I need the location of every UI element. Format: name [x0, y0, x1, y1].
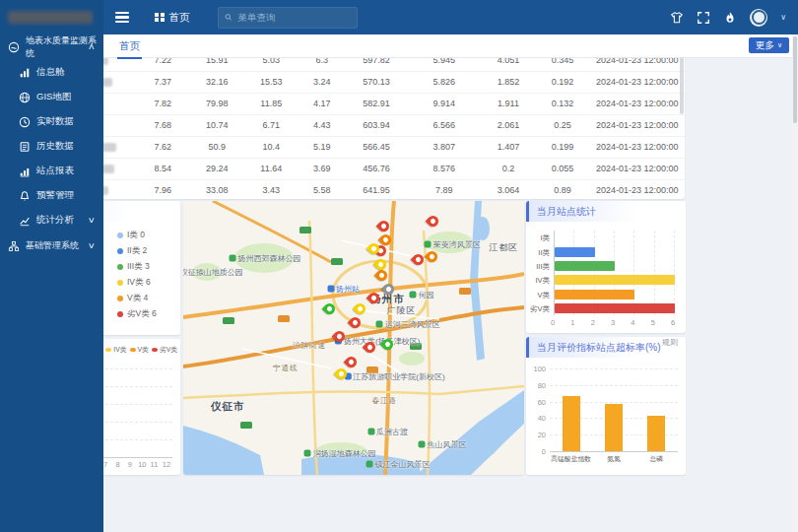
- map-marker-劣V[interactable]: [413, 254, 425, 266]
- legend-item[interactable]: IV类 6: [117, 275, 157, 291]
- breadcrumb-label: 首页: [169, 11, 190, 25]
- poi-icon: [367, 428, 374, 434]
- legend-item[interactable]: V类 4: [117, 291, 157, 306]
- table-row[interactable]: 7.6250.910.45.19566.453.8071.4070.199202…: [7, 136, 685, 158]
- map-label: 宁通线: [273, 364, 299, 373]
- map-label: 春江路: [371, 396, 397, 406]
- map-marker-IV[interactable]: [368, 243, 380, 255]
- map-marker-offline[interactable]: [383, 284, 395, 296]
- month-station-panel: 当月站点统计 0123456I类II类III类IV类V类劣V类: [526, 201, 686, 333]
- realtime-data-icon: [19, 116, 31, 128]
- gis-map-icon: [19, 92, 31, 103]
- map-marker-V[interactable]: [427, 251, 438, 263]
- grid-icon: [155, 13, 165, 23]
- header-actions: ∨: [670, 9, 798, 27]
- map-marker-III[interactable]: [324, 303, 336, 315]
- map-marker-劣V[interactable]: [378, 221, 390, 233]
- menu-search-input[interactable]: [235, 11, 350, 24]
- map-marker-V[interactable]: [380, 234, 392, 246]
- table-row[interactable]: 8.5429.2411.643.69456.768.5760.20.055202…: [7, 158, 685, 179]
- map-marker-IV[interactable]: [355, 303, 366, 315]
- map-poi-label: 扬州大学(扬子津校区): [335, 335, 420, 346]
- fullscreen-icon[interactable]: [697, 11, 710, 25]
- poi-icon: [410, 291, 417, 298]
- table-scrollbar[interactable]: [680, 55, 684, 114]
- top-header: 首页 ∨: [103, 0, 798, 34]
- sidebar-item-0-1[interactable]: GIS地图: [0, 85, 103, 109]
- sidebar-item-0-6[interactable]: 统计分析∨: [0, 208, 103, 233]
- legend-item[interactable]: II类 2: [117, 243, 157, 259]
- map-marker-劣V[interactable]: [334, 331, 346, 343]
- sidebar-item-0-2[interactable]: 实时数据: [0, 109, 103, 134]
- hbar: [555, 247, 595, 257]
- poi-icon: [366, 460, 372, 467]
- exceed-rate-chart: 020406080100高锰酸盐指数氨氮总磷: [526, 337, 686, 475]
- map-label: 沪陕高速: [293, 341, 326, 351]
- map-poi-label: 润扬湿地森林公园: [304, 447, 376, 458]
- map-marker-III[interactable]: [382, 339, 394, 351]
- vbar: [647, 416, 665, 451]
- app-logo: [0, 0, 103, 33]
- user-caret-down-icon[interactable]: ∨: [780, 13, 786, 22]
- map-marker-IV[interactable]: [375, 259, 387, 271]
- sidebar-item-0-3[interactable]: 历史数据: [0, 134, 103, 159]
- table-row[interactable]: 7.3732.1615.533.24570.135.8261.8520.1922…: [7, 71, 685, 93]
- app-window: 地表水质量监测系统∧信息舱GIS地图实时数据历史数据站点报表预警管理统计分析∨基…: [0, 0, 798, 532]
- more-button[interactable]: 更多∨: [749, 37, 789, 53]
- legend-item[interactable]: I类 0: [117, 228, 157, 243]
- map-marker-劣V[interactable]: [346, 357, 358, 368]
- map-label: 仪征市: [211, 400, 245, 414]
- sidebar-group-1[interactable]: 基础管理系统∨: [0, 233, 103, 259]
- water-system-icon: [8, 41, 20, 53]
- poi-icon: [425, 241, 432, 248]
- map-poi-label: 仪征捺山地质公园: [183, 267, 243, 278]
- base-manage-icon: [8, 240, 20, 252]
- vbar: [605, 404, 623, 451]
- map-marker-V[interactable]: [376, 270, 388, 282]
- table-row[interactable]: 7.6810.746.714.43603.946.5662.0610.25202…: [7, 114, 685, 136]
- info-hub-icon: [19, 67, 31, 79]
- logo-redacted: [8, 11, 93, 24]
- month-station-chart: 0123456I类II类III类IV类V类劣V类: [526, 201, 686, 333]
- map-poi-label: 何园: [410, 289, 434, 299]
- map-panel[interactable]: 扬州市仪征市江都区广陵区沪陕高速宁通线春江路扬州西郊森林公园仪征捺山地质公园茱萸…: [183, 201, 524, 475]
- map-marker-劣V[interactable]: [368, 293, 380, 304]
- map-poi-label: 运河三湾风景区: [376, 319, 440, 330]
- legend-item[interactable]: 劣V类 6: [117, 306, 157, 322]
- map-marker-劣V[interactable]: [428, 216, 439, 228]
- table-row[interactable]: 7.9633.083.435.58641.957.893.0640.892024…: [7, 179, 685, 199]
- flame-icon[interactable]: [723, 11, 737, 25]
- sidebar-item-0-0[interactable]: 信息舱: [0, 60, 103, 85]
- breadcrumb[interactable]: 首页: [155, 11, 190, 25]
- map-marker-IV[interactable]: [336, 368, 348, 380]
- hbar: [555, 290, 634, 299]
- page-scrollbar[interactable]: [792, 34, 798, 532]
- poi-icon: [418, 441, 425, 448]
- sidebar-item-0-4[interactable]: 站点报表: [0, 159, 103, 183]
- theme-icon[interactable]: [670, 11, 684, 25]
- map-poi-label: 焦山风景区: [418, 439, 466, 450]
- avatar[interactable]: [750, 9, 767, 27]
- legend-item[interactable]: III类 3: [117, 259, 157, 275]
- map-poi-label: 镇江金山风景区: [366, 458, 430, 469]
- menu-search-box[interactable]: [218, 7, 358, 29]
- map-poi-label: 扬州站: [327, 283, 360, 294]
- history-data-icon: [19, 141, 31, 153]
- tab-home[interactable]: 首页: [117, 37, 142, 59]
- sidebar: 地表水质量监测系统∧信息舱GIS地图实时数据历史数据站点报表预警管理统计分析∨基…: [0, 0, 103, 532]
- stats-analysis-icon: [19, 215, 31, 227]
- hamburger-menu-icon[interactable]: [115, 12, 129, 24]
- table-row[interactable]: 7.8279.9811.854.17582.919.9141.9110.1322…: [7, 93, 685, 114]
- sidebar-group-0[interactable]: 地表水质量监测系统∧: [0, 33, 103, 60]
- map-marker-劣V[interactable]: [350, 317, 362, 329]
- map-poi-label: 瓜洲古渡: [367, 426, 408, 436]
- search-icon: [225, 13, 233, 22]
- hbar: [555, 275, 675, 285]
- chevron-icon: ∧: [88, 42, 96, 51]
- poi-icon: [376, 321, 383, 328]
- map-poi-label: 江苏旅游职业学院(新校区): [344, 370, 444, 381]
- map-label: 江都区: [489, 241, 518, 254]
- exceed-rate-panel: 当月评价指标站点超标率(%) 规则 020406080100高锰酸盐指数氨氮总磷: [526, 337, 686, 475]
- map-marker-劣V[interactable]: [365, 342, 376, 354]
- sidebar-item-0-5[interactable]: 预警管理: [0, 183, 103, 208]
